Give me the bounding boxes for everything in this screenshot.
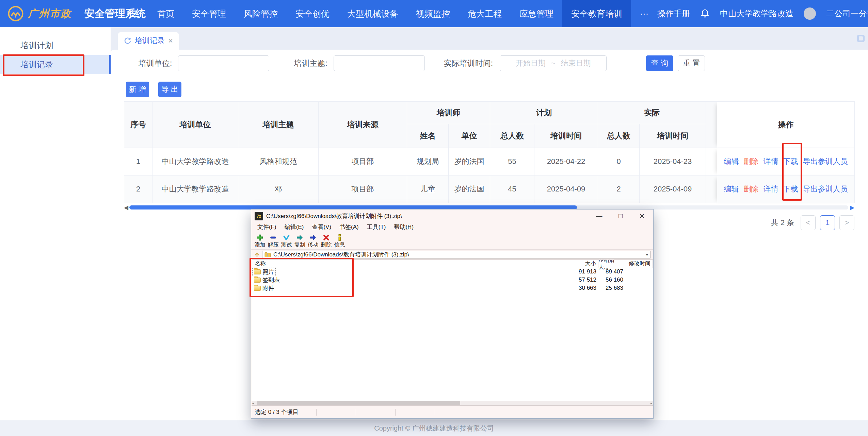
pagination-next-button[interactable]: > — [839, 215, 854, 230]
column-packed-size[interactable]: 压缩后大... — [598, 260, 625, 268]
address-dropdown-icon[interactable]: ▾ — [646, 252, 648, 257]
extract-tool-button[interactable]: 解压 — [267, 232, 280, 249]
scroll-right-icon[interactable]: ▸ — [650, 401, 652, 405]
add-tool-button[interactable]: 添加 — [253, 232, 267, 249]
export-participants-link[interactable]: 导出参训人员 — [803, 157, 848, 166]
archive-hscrollbar: ◂ ▸ — [252, 401, 653, 405]
copy-icon — [296, 234, 304, 241]
cell-operations: 编辑删除详情下载导出参训人员 — [717, 148, 855, 175]
pagination-prev-button[interactable]: < — [801, 215, 816, 230]
file-row-photos[interactable]: 照片 91 913 89 407 — [252, 268, 653, 276]
close-button[interactable]: ✕ — [633, 210, 651, 222]
menu-item-safety-mgmt[interactable]: 安全管理 — [183, 0, 235, 27]
user-avatar[interactable] — [804, 7, 816, 20]
refresh-icon[interactable] — [124, 37, 131, 45]
edit-link[interactable]: 编辑 — [724, 157, 739, 166]
menu-bookmarks[interactable]: 书签(A) — [335, 223, 363, 231]
cell-index: 2 — [124, 175, 152, 203]
menu-item-more[interactable]: ··· — [631, 0, 657, 27]
delete-link[interactable]: 删除 — [744, 185, 759, 193]
info-tool-button[interactable]: 信息 — [333, 232, 346, 249]
file-list-header: 名称 大小 压缩后大... 修改时间 — [252, 260, 653, 268]
current-project[interactable]: 中山大学教学路改造 — [720, 8, 793, 19]
sidebar-item-training-record[interactable]: 培训记录 — [0, 55, 111, 74]
scroll-left-icon[interactable]: ◀ — [124, 204, 128, 211]
reset-button[interactable]: 重 置 — [678, 55, 705, 71]
col-plan-time: 培训时间 — [534, 124, 598, 148]
detail-link[interactable]: 详情 — [763, 185, 778, 193]
file-size: 57 512 — [551, 276, 598, 283]
copy-tool-button[interactable]: 复制 — [293, 232, 306, 249]
search-button[interactable]: 查 询 — [646, 55, 673, 71]
current-user[interactable]: 二公司一分安全员 — [826, 8, 868, 19]
test-tool-button[interactable]: 测试 — [280, 232, 293, 249]
scrollbar-thumb[interactable] — [257, 401, 460, 405]
menu-file[interactable]: 文件(F) — [253, 223, 280, 231]
download-link[interactable]: 下载 — [783, 157, 798, 166]
menu-item-safety-education[interactable]: 安全教育培训 — [562, 0, 631, 27]
column-modified[interactable]: 修改时间 — [625, 260, 653, 268]
filter-unit-input[interactable] — [178, 55, 269, 71]
filter-topic-input[interactable] — [334, 55, 425, 71]
menu-item-video-monitor[interactable]: 视频监控 — [407, 0, 459, 27]
file-row-signin-sheet[interactable]: 签到表 57 512 56 160 — [252, 276, 653, 284]
menu-help[interactable]: 帮助(H) — [390, 223, 418, 231]
file-row-attachments[interactable]: 附件 30 663 25 683 — [252, 284, 653, 292]
delete-link[interactable]: 删除 — [744, 157, 759, 166]
cell-unit: 中山大学教学路改造 — [152, 175, 238, 203]
menu-item-major-projects[interactable]: 危大工程 — [459, 0, 511, 27]
file-packed-size: 89 407 — [598, 268, 625, 275]
cell-plan-total: 55 — [490, 148, 534, 175]
sidebar-collapse-icon[interactable] — [127, 10, 137, 17]
main-menu: 首页 安全管理 风险管控 安全创优 大型机械设备 视频监控 危大工程 应急管理 … — [148, 0, 657, 27]
menu-item-safety-excellence[interactable]: 安全创优 — [287, 0, 338, 27]
tab-training-record[interactable]: 培训记录 × — [118, 32, 179, 50]
download-link[interactable]: 下载 — [783, 185, 798, 193]
detail-link[interactable]: 详情 — [763, 157, 778, 166]
cell-source: 项目部 — [319, 175, 407, 203]
scroll-left-icon[interactable]: ◂ — [252, 401, 254, 405]
screen: 广州市政 安全管理系统 首页 安全管理 风险管控 安全创优 大型机械设备 视频监… — [0, 0, 868, 436]
copyright-footer: Copyright © 广州穗建建造科技有限公司 — [0, 420, 868, 436]
add-button[interactable]: 新 增 — [126, 82, 149, 97]
archive-titlebar[interactable]: C:\Users\zgf66\Downloads\教育培训计划附件 (3).zi… — [251, 209, 653, 222]
address-input[interactable]: C:\Users\zgf66\Downloads\教育培训计划附件 (3).zi… — [262, 251, 650, 258]
selection-status: 选定 0 / 3 个项目 — [255, 408, 299, 416]
menu-item-large-machinery[interactable]: 大型机械设备 — [338, 0, 407, 27]
archive-window-title: C:\Users\zgf66\Downloads\教育培训计划附件 (3).zi… — [266, 212, 587, 220]
menu-item-risk-control[interactable]: 风险管控 — [235, 0, 287, 27]
col-group-actual: 实际 — [598, 102, 706, 124]
cell-plan-time: 2025-04-22 — [534, 148, 598, 175]
tab-actions-icon[interactable] — [857, 35, 865, 42]
maximize-button[interactable]: □ — [611, 210, 630, 222]
sidebar-item-training-plan[interactable]: 培训计划 — [0, 36, 111, 55]
minimize-button[interactable]: — — [590, 210, 608, 222]
export-button[interactable]: 导 出 — [158, 82, 181, 97]
pagination: 共 2 条 < 1 > — [771, 215, 854, 230]
archive-statusbar: 选定 0 / 3 个项目 — [252, 405, 653, 418]
edit-link[interactable]: 编辑 — [724, 185, 739, 193]
brand-emblem-icon — [7, 5, 24, 22]
export-participants-link[interactable]: 导出参训人员 — [803, 185, 848, 193]
col-plan-total: 总人数 — [490, 124, 534, 148]
menu-item-home[interactable]: 首页 — [148, 0, 183, 27]
delete-tool-button[interactable]: 删除 — [320, 232, 333, 249]
tab-close-icon[interactable]: × — [168, 37, 173, 45]
date-range-input[interactable]: 开始日期 ~ 结束日期 — [500, 55, 607, 71]
move-tool-button[interactable]: 移动 — [306, 232, 320, 249]
menu-edit[interactable]: 编辑(E) — [280, 223, 308, 231]
menu-item-emergency-mgmt[interactable]: 应急管理 — [511, 0, 562, 27]
up-directory-icon[interactable] — [254, 252, 260, 258]
scroll-right-icon[interactable]: ▶ — [850, 204, 854, 211]
column-size[interactable]: 大小 — [551, 260, 598, 268]
menu-view[interactable]: 查看(V) — [308, 223, 335, 231]
cell-actual-time: 2025-04-23 — [640, 148, 706, 175]
cell-operations: 编辑删除详情下载导出参训人员 — [717, 175, 855, 203]
column-name[interactable]: 名称 — [252, 260, 551, 268]
manual-link[interactable]: 操作手册 — [657, 8, 690, 19]
notification-bell-icon[interactable] — [700, 9, 710, 19]
pagination-page-1[interactable]: 1 — [820, 215, 835, 230]
cell-clipped — [706, 148, 717, 175]
sidebar: 培训计划 培训记录 — [0, 27, 111, 420]
menu-tools[interactable]: 工具(T) — [363, 223, 390, 231]
